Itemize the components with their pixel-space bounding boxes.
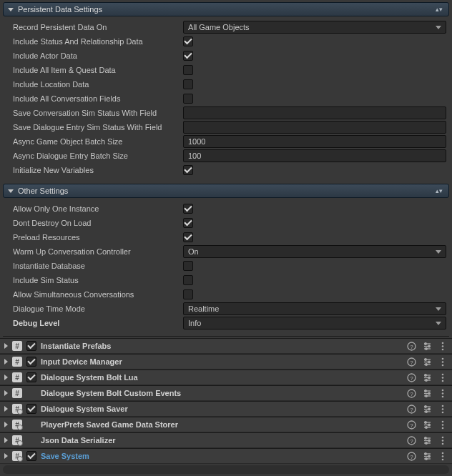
component-header[interactable]: #Dialogue System Bolt Lua? — [0, 370, 452, 385]
svg-point-16 — [424, 358, 426, 360]
chevron-right-icon[interactable] — [4, 359, 8, 365]
svg-text:?: ? — [410, 343, 413, 349]
svg-point-30 — [442, 373, 444, 375]
component-header[interactable]: #PlayerPrefs Saved Game Data Storer? — [0, 417, 452, 432]
component-enable-checkbox[interactable] — [26, 357, 36, 367]
dropdown-debug-level[interactable]: Info — [183, 317, 446, 329]
checkbox-inc-actor[interactable] — [183, 51, 193, 61]
checkbox-inc-item-quest[interactable] — [183, 65, 193, 75]
chevron-down-icon — [8, 8, 14, 11]
preset-icon[interactable] — [422, 451, 432, 461]
svg-point-82 — [424, 452, 426, 455]
checkbox-inc-location[interactable] — [183, 79, 193, 89]
script-gear-icon: # — [12, 451, 22, 461]
kebab-menu-icon[interactable] — [438, 341, 448, 351]
svg-point-19 — [442, 357, 444, 360]
chevron-down-icon — [8, 189, 14, 193]
svg-text:?: ? — [410, 375, 413, 381]
preset-icon[interactable] — [422, 372, 432, 382]
component-name: Instantiate Prefabs — [41, 342, 403, 350]
component-name: Save System — [41, 452, 403, 460]
component-header[interactable]: #Json Data Serializer? — [0, 432, 452, 448]
checkbox-inst-db[interactable] — [183, 261, 193, 271]
checkbox-inc-sim[interactable] — [183, 275, 193, 285]
chevron-right-icon[interactable] — [4, 422, 8, 427]
component-header[interactable]: #Instantiate Prefabs? — [0, 338, 452, 354]
section-title: Other Settings — [18, 187, 436, 195]
component-enable-checkbox[interactable] — [26, 451, 36, 461]
kebab-menu-icon[interactable] — [438, 404, 448, 414]
component-enable-checkbox[interactable] — [26, 341, 36, 351]
preset-icon[interactable] — [422, 341, 432, 351]
kebab-menu-icon[interactable] — [438, 372, 448, 382]
help-icon[interactable]: ? — [406, 341, 416, 351]
preset-icon[interactable] — [422, 404, 432, 414]
chevron-right-icon[interactable] — [4, 343, 8, 349]
dropdown-record-on[interactable]: All Game Objects — [183, 21, 446, 34]
kebab-menu-icon[interactable] — [438, 420, 448, 430]
preset-icon[interactable] — [422, 420, 432, 430]
input-async-de-batch[interactable]: 100 — [183, 149, 446, 162]
checkbox-one-instance[interactable] — [183, 204, 193, 214]
help-icon[interactable]: ? — [406, 357, 416, 367]
preset-icon[interactable] — [422, 388, 432, 398]
component-header[interactable]: #Dialogue System Saver? — [0, 401, 452, 417]
section-options-icon[interactable]: ▴▾ — [436, 7, 443, 11]
help-icon[interactable]: ? — [406, 404, 416, 414]
chevron-right-icon[interactable] — [4, 390, 8, 396]
section-header-other-settings[interactable]: Other Settings ▴▾ — [3, 184, 449, 198]
component-header[interactable]: #Input Device Manager? — [0, 354, 452, 370]
label-inc-actor: Include Actor Data — [6, 51, 183, 60]
label-one-instance: Allow Only One Instance — [6, 204, 183, 213]
chevron-down-icon — [436, 307, 441, 311]
svg-text:?: ? — [410, 422, 413, 428]
checkbox-inc-conv-fields[interactable] — [183, 94, 193, 104]
preset-icon[interactable] — [422, 435, 432, 445]
input-async-go-batch[interactable]: 1000 — [183, 135, 446, 148]
component-header[interactable]: #Save System? — [0, 448, 452, 464]
preset-icon[interactable] — [422, 357, 432, 367]
script-gear-icon: # — [12, 404, 22, 414]
dropdown-warmup[interactable]: On — [183, 245, 446, 258]
svg-point-43 — [442, 395, 444, 397]
input-save-de-sim[interactable] — [183, 121, 446, 134]
help-icon[interactable]: ? — [406, 372, 416, 382]
svg-point-29 — [425, 379, 427, 381]
section-header-persistent-data[interactable]: Persistent Data Settings ▴▾ — [3, 2, 449, 16]
input-save-conv-sim[interactable] — [183, 106, 446, 119]
component-header[interactable]: #Dialogue System Bolt Custom Events? — [0, 385, 452, 401]
kebab-menu-icon[interactable] — [438, 357, 448, 367]
svg-point-28 — [428, 377, 430, 379]
checkbox-ddol[interactable] — [183, 218, 193, 228]
section-options-icon[interactable]: ▴▾ — [436, 189, 443, 193]
checkbox-init-new-vars[interactable] — [183, 165, 193, 175]
svg-point-38 — [424, 390, 426, 392]
horizontal-scrollbar[interactable] — [3, 465, 449, 474]
kebab-menu-icon[interactable] — [438, 451, 448, 461]
help-icon[interactable]: ? — [406, 435, 416, 445]
svg-point-63 — [442, 420, 444, 422]
svg-point-86 — [442, 455, 444, 457]
help-icon[interactable]: ? — [406, 388, 416, 398]
svg-point-17 — [428, 361, 430, 363]
kebab-menu-icon[interactable] — [438, 435, 448, 445]
dropdown-time-mode[interactable]: Realtime — [183, 302, 446, 315]
chevron-right-icon[interactable] — [4, 406, 8, 412]
chevron-right-icon[interactable] — [4, 453, 8, 459]
svg-point-51 — [425, 410, 427, 412]
component-enable-checkbox[interactable] — [26, 404, 36, 414]
help-icon[interactable]: ? — [406, 420, 416, 430]
checkbox-allow-simul[interactable] — [183, 289, 193, 299]
chevron-right-icon[interactable] — [4, 375, 8, 380]
svg-point-72 — [428, 440, 430, 442]
script-icon: # — [12, 388, 22, 398]
svg-point-64 — [442, 424, 444, 426]
chevron-right-icon[interactable] — [4, 437, 8, 443]
component-enable-checkbox[interactable] — [26, 372, 36, 382]
svg-point-54 — [442, 411, 444, 413]
label-async-go-batch: Async Game Object Batch Size — [6, 137, 183, 146]
checkbox-inc-status-rel[interactable] — [183, 36, 193, 46]
help-icon[interactable]: ? — [406, 451, 416, 461]
kebab-menu-icon[interactable] — [438, 388, 448, 398]
checkbox-preload[interactable] — [183, 232, 193, 242]
